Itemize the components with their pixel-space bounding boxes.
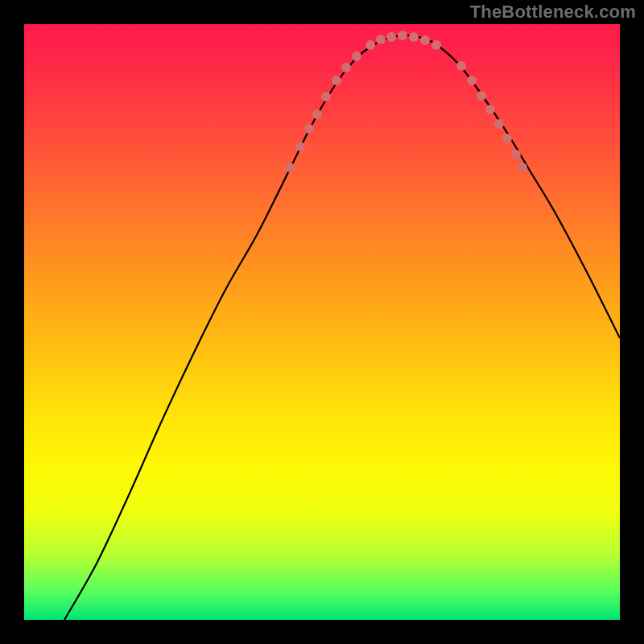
curve-path: [64, 35, 620, 620]
marker-dot: [456, 61, 466, 71]
marker-dot: [485, 105, 495, 114]
marker-dot: [376, 35, 386, 44]
marker-group: [285, 31, 527, 172]
marker-dot: [518, 163, 527, 172]
marker-dot: [502, 134, 512, 143]
marker-dot: [312, 109, 322, 119]
watermark-text: TheBottleneck.com: [470, 2, 636, 23]
marker-dot: [494, 119, 504, 129]
marker-dot: [398, 31, 407, 40]
marker-dot: [352, 52, 361, 61]
marker-dot: [431, 40, 441, 50]
marker-dot: [477, 91, 486, 101]
marker-dot: [420, 35, 430, 45]
chart-frame: TheBottleneck.com: [0, 0, 644, 644]
marker-dot: [365, 40, 375, 50]
marker-dot: [304, 124, 314, 134]
marker-dot: [295, 142, 305, 151]
marker-dot: [321, 92, 331, 101]
marker-dot: [341, 63, 351, 72]
chart-overlay: [24, 24, 620, 620]
marker-dot: [285, 163, 295, 172]
marker-dot: [467, 76, 477, 85]
plot-area: [24, 24, 620, 620]
marker-dot: [409, 32, 419, 42]
marker-dot: [386, 32, 396, 42]
marker-dot: [332, 76, 341, 85]
marker-dot: [511, 150, 521, 159]
